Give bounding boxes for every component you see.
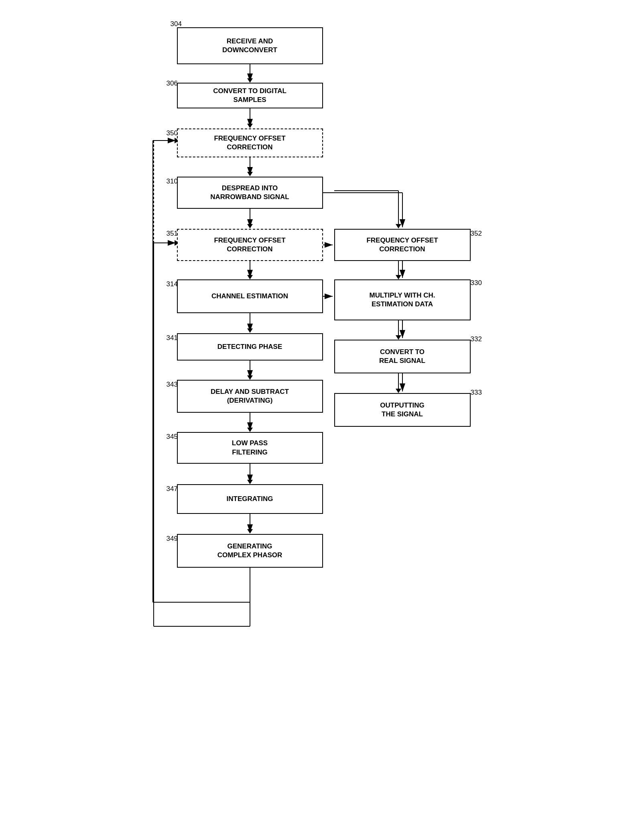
arrows-overlay (142, 16, 503, 658)
flowchart: 304 RECEIVE ANDDOWNCONVERT 306 CONVERT T… (142, 16, 503, 799)
